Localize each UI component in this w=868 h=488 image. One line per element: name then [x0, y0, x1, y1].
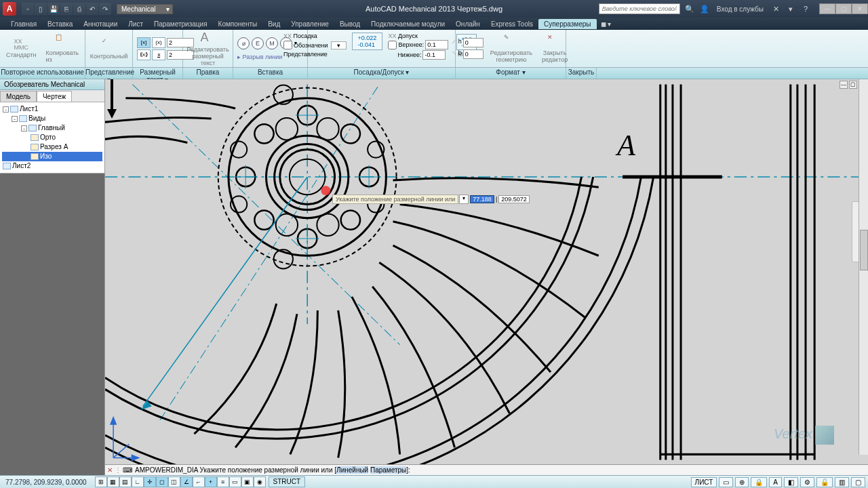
- drawing-canvas[interactable]: — ▢ ✕: [105, 79, 868, 465]
- brackets-rnd-button[interactable]: (x): [152, 37, 165, 48]
- status-scale-icon[interactable]: 🔒: [751, 477, 767, 487]
- toggle-3dosnap[interactable]: ◫: [168, 476, 180, 487]
- tab-home[interactable]: Главная: [5, 19, 42, 29]
- status-ann-icon[interactable]: A: [769, 477, 782, 487]
- notation-dd[interactable]: ▾: [331, 41, 347, 49]
- panel-label-fit[interactable]: Посадка/Допуск ▾: [308, 68, 456, 79]
- panel-label-insert[interactable]: Вставка: [233, 68, 308, 79]
- toggle-tpy[interactable]: ▭: [229, 476, 241, 487]
- toggle-otrack[interactable]: ∠: [180, 476, 193, 487]
- break-line-link[interactable]: ▸ Разрыв линии: [237, 54, 282, 60]
- search-input[interactable]: [599, 3, 680, 14]
- qat-open-icon[interactable]: ▯: [35, 3, 47, 15]
- panel-label-dimtext[interactable]: Размерный текст ▾: [133, 68, 183, 79]
- search-icon[interactable]: 🔍: [684, 3, 695, 14]
- exchange-icon[interactable]: ✕: [770, 3, 781, 14]
- close-button[interactable]: ✕: [852, 3, 868, 14]
- tree-section-a[interactable]: Разрез А: [2, 142, 102, 152]
- toggle-lwt[interactable]: ≡: [217, 476, 229, 487]
- struct-button[interactable]: STRUCT: [269, 476, 306, 487]
- coordinates[interactable]: 77.2798, 209.9239, 0.0000: [0, 479, 92, 486]
- qat-print-icon[interactable]: ⎙: [73, 3, 85, 15]
- edit-dimtext-button[interactable]: AРедактировать размерный текст: [184, 29, 231, 68]
- mmc-button[interactable]: XXMMCСтандартн: [3, 37, 39, 60]
- qat-save-icon[interactable]: 💾: [47, 3, 60, 15]
- brackets-dbl-button[interactable]: ⟪x⟫: [137, 49, 151, 60]
- brackets-sq-button[interactable]: [x]: [137, 37, 151, 48]
- tree-ortho[interactable]: Орто: [2, 133, 102, 142]
- panel-label-edit[interactable]: Правка: [183, 68, 233, 79]
- format-h-input[interactable]: [463, 38, 484, 47]
- cmdline-close-icon[interactable]: ✕: [105, 466, 115, 474]
- dynamic-value-2[interactable]: 209.5072: [498, 195, 530, 203]
- tab-addins[interactable]: Подключаемые модули: [366, 19, 450, 29]
- toggle-osnap[interactable]: ◻: [156, 476, 168, 487]
- minimize-button[interactable]: —: [819, 3, 835, 14]
- toggle-snap[interactable]: ▦: [107, 476, 119, 487]
- toggle-dyn[interactable]: +: [205, 476, 217, 487]
- e-symbol-button[interactable]: E: [252, 37, 264, 49]
- copy-from-button[interactable]: 📋Копировать из: [43, 33, 81, 64]
- upper-checkbox[interactable]: [388, 41, 397, 49]
- underline-button[interactable]: x̲: [152, 49, 165, 60]
- dynamic-value-1[interactable]: 77.188: [470, 195, 494, 203]
- tree-main-view[interactable]: -Главный: [2, 123, 102, 133]
- status-clean-icon[interactable]: ▢: [851, 477, 865, 487]
- tree-sheet1[interactable]: -Лист1: [2, 104, 102, 114]
- status-iso-icon[interactable]: ◧: [784, 477, 798, 487]
- fit-preview[interactable]: +0.022-0.041: [352, 33, 383, 50]
- status-rec-icon[interactable]: ▭: [719, 477, 733, 487]
- tab-express[interactable]: Express Tools: [486, 19, 538, 29]
- qat-redo-icon[interactable]: ↷: [99, 3, 111, 15]
- chevron-down-icon[interactable]: ▾: [785, 3, 796, 14]
- toggle-ortho[interactable]: ∟: [132, 476, 144, 487]
- tab-insert[interactable]: Вставка: [42, 19, 78, 29]
- maximize-button[interactable]: ▢: [835, 3, 852, 14]
- toggle-sc[interactable]: ◉: [254, 476, 266, 487]
- toggle-grid[interactable]: ▤: [119, 476, 132, 487]
- tree-iso[interactable]: Изо: [2, 152, 102, 161]
- command-line[interactable]: ✕ ⋮ ⌨ AMPOWERDIM_DIA Укажите положение р…: [105, 464, 868, 475]
- tree-sheet2[interactable]: Лист2: [2, 161, 102, 171]
- layout-button[interactable]: ЛИСТ: [691, 477, 717, 487]
- qat-saveas-icon[interactable]: ⎘: [60, 3, 73, 15]
- qat-undo-icon[interactable]: ↶: [86, 3, 98, 15]
- m-symbol-button[interactable]: M: [266, 37, 278, 49]
- tab-output[interactable]: Вывод: [334, 19, 366, 29]
- tree-views[interactable]: -Виды: [2, 114, 102, 123]
- notation-checkbox[interactable]: [283, 41, 292, 49]
- panel-label-close[interactable]: Закрыть: [566, 68, 597, 79]
- toggle-infer[interactable]: ⊞: [95, 476, 107, 487]
- upper-input[interactable]: [425, 40, 448, 49]
- dynamic-options-icon[interactable]: ▾: [459, 195, 469, 204]
- app-icon[interactable]: A: [3, 2, 16, 16]
- format-b-input[interactable]: [463, 49, 484, 59]
- toggle-ducs[interactable]: ⌐: [193, 476, 205, 487]
- panel-label-rep[interactable]: Представление ▾: [85, 68, 133, 79]
- browser-tab-model[interactable]: Модель: [0, 91, 37, 102]
- edit-geometry-button[interactable]: ✎Редактировать геометрию: [488, 33, 535, 64]
- status-lock-icon[interactable]: 🔓: [816, 477, 833, 487]
- toggle-qp[interactable]: ▣: [241, 476, 254, 487]
- qat-new-icon[interactable]: ▫: [22, 3, 34, 15]
- cmdline-grip-icon[interactable]: ⋮: [115, 466, 123, 474]
- panel-label-reuse[interactable]: Повторное использование: [0, 68, 85, 79]
- browser-tab-drawing[interactable]: Чертеж: [37, 91, 72, 102]
- status-ws-icon[interactable]: ⚙: [800, 477, 814, 487]
- close-editor-button[interactable]: ✕Закрыть редактор: [539, 33, 570, 64]
- help-icon[interactable]: ?: [800, 3, 811, 14]
- tab-online[interactable]: Онлайн: [450, 19, 486, 29]
- tab-annotate[interactable]: Аннотации: [78, 19, 123, 29]
- sign-in-link[interactable]: Вход в службы: [714, 5, 766, 13]
- tab-sheet[interactable]: Лист: [123, 19, 149, 29]
- tab-view[interactable]: Вид: [262, 19, 285, 29]
- tab-more-icon[interactable]: ◼ ▾: [598, 19, 614, 29]
- status-hw-icon[interactable]: ▥: [835, 477, 849, 487]
- lower-input[interactable]: [422, 50, 446, 60]
- vertical-scrollbar[interactable]: [859, 79, 868, 455]
- diameter-symbol-button[interactable]: ⌀: [237, 37, 250, 49]
- tab-powerdim[interactable]: Суперразмеры: [538, 19, 597, 29]
- tab-components[interactable]: Компоненты: [213, 19, 263, 29]
- workspace-dropdown[interactable]: Mechanical: [117, 4, 173, 14]
- tab-manage[interactable]: Управление: [285, 19, 334, 29]
